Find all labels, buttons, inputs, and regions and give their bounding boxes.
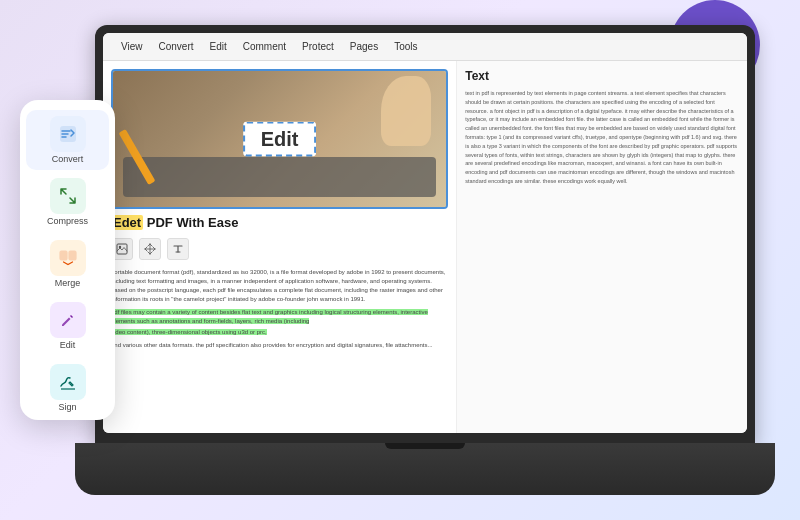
move-tool-icon[interactable] xyxy=(139,238,161,260)
highlighted-text-2: video content), three-dimensional object… xyxy=(111,329,267,335)
merge-icon-bg xyxy=(50,240,86,276)
laptop-screen-outer: View Convert Edit Comment Protect Pages … xyxy=(95,25,755,445)
menu-bar: View Convert Edit Comment Protect Pages … xyxy=(103,33,747,61)
content-area: Edit Edet PDF With Ease xyxy=(103,61,747,433)
convert-icon-bg xyxy=(50,116,86,152)
compress-label: Compress xyxy=(47,216,88,226)
pencil-shape xyxy=(119,129,156,185)
sign-label: Sign xyxy=(58,402,76,412)
convert-label: Convert xyxy=(52,154,84,164)
laptop-body: View Convert Edit Comment Protect Pages … xyxy=(95,25,755,495)
laptop-base xyxy=(75,443,775,495)
merge-label: Merge xyxy=(55,278,81,288)
text-tool-icon[interactable] xyxy=(167,238,189,260)
menu-tools[interactable]: Tools xyxy=(386,33,425,60)
main-scene: Convert Compress Merge xyxy=(10,10,790,510)
edit-text-box[interactable]: Edit xyxy=(243,122,317,157)
pdf-toolbar xyxy=(111,234,448,264)
sign-icon-bg xyxy=(50,364,86,400)
edit-icon-bg xyxy=(50,302,86,338)
convert-icon xyxy=(58,124,78,144)
pdf-preview: Edit Edet PDF With Ease xyxy=(103,61,457,433)
phone-menu-compress[interactable]: Compress xyxy=(26,172,109,232)
svg-rect-2 xyxy=(69,251,76,260)
phone-device: Convert Compress Merge xyxy=(20,100,115,420)
text-panel: Text text in pdf is represented by text … xyxy=(457,61,747,433)
edit-icon xyxy=(58,310,78,330)
menu-edit[interactable]: Edit xyxy=(202,33,235,60)
compress-icon xyxy=(58,186,78,206)
svg-rect-1 xyxy=(60,251,67,260)
laptop-device: View Convert Edit Comment Protect Pages … xyxy=(95,25,755,495)
pdf-body-text: portable document format (pdf), standard… xyxy=(111,268,448,350)
text-panel-title: Text xyxy=(465,69,739,83)
hand-shape xyxy=(381,76,431,146)
menu-view[interactable]: View xyxy=(113,33,151,60)
sign-icon xyxy=(58,372,78,392)
menu-convert[interactable]: Convert xyxy=(151,33,202,60)
pdf-title-prefix: Edet xyxy=(111,215,143,230)
merge-icon xyxy=(58,248,78,268)
text-panel-body: text in pdf is represented by text eleme… xyxy=(465,89,739,186)
menu-comment[interactable]: Comment xyxy=(235,33,294,60)
laptop-screen-inner: View Convert Edit Comment Protect Pages … xyxy=(103,33,747,433)
phone-menu-edit[interactable]: Edit xyxy=(26,296,109,356)
highlighted-text-1: pdf files may contain a variety of conte… xyxy=(111,309,428,324)
edit-label: Edit xyxy=(60,340,76,350)
pdf-image-area: Edit xyxy=(111,69,448,209)
phone-menu-merge[interactable]: Merge xyxy=(26,234,109,294)
pdf-document-title: Edet PDF With Ease xyxy=(111,215,448,230)
compress-icon-bg xyxy=(50,178,86,214)
menu-pages[interactable]: Pages xyxy=(342,33,386,60)
edit-box-text: Edit xyxy=(261,128,299,150)
phone-menu-sign[interactable]: Sign xyxy=(26,358,109,418)
phone-menu-convert[interactable]: Convert xyxy=(26,110,109,170)
pdf-title-main: PDF With Ease xyxy=(143,215,238,230)
menu-protect[interactable]: Protect xyxy=(294,33,342,60)
